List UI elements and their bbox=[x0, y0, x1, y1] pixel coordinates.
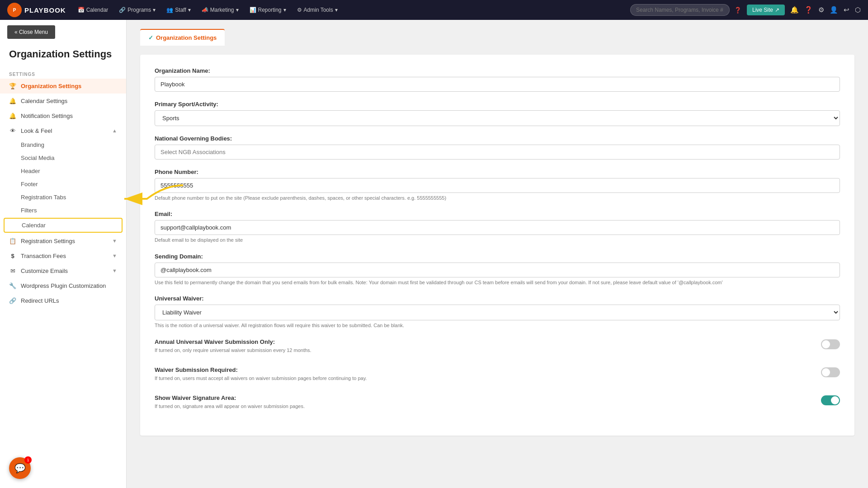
annual-waiver-info: Annual Universal Waiver Submission Only:… bbox=[155, 338, 821, 354]
chat-button[interactable]: 💬 1 bbox=[9, 457, 31, 479]
bell-icon: 🔔 bbox=[9, 98, 16, 104]
show-signature-desc: If turned on, signature area will appear… bbox=[155, 403, 812, 410]
trophy-icon: 🏆 bbox=[9, 83, 16, 89]
nav-admin-tools[interactable]: ⚙ Admin Tools ▾ bbox=[292, 4, 342, 16]
sidebar-item-header[interactable]: Header bbox=[0, 164, 126, 178]
sidebar-item-registration-settings[interactable]: 📋 Registration Settings ▼ bbox=[0, 234, 126, 249]
close-menu-button[interactable]: « Close Menu bbox=[7, 25, 55, 39]
sending-domain-label: Sending Domain: bbox=[155, 253, 840, 260]
show-signature-info: Show Waiver Signature Area: If turned on… bbox=[155, 394, 821, 410]
layout: « Close Menu Organization Settings SETTI… bbox=[0, 20, 868, 488]
email-hint: Default email to be displayed on the sit… bbox=[155, 237, 840, 244]
universal-waiver-select[interactable]: Liability Waiver bbox=[155, 305, 840, 320]
waiver-required-title: Waiver Submission Required: bbox=[155, 366, 812, 373]
topnav: P PLAYBOOK 📅 Calendar 🔗 Programs ▾ 👥 Sta… bbox=[0, 0, 868, 20]
sidebar-item-calendar-settings[interactable]: 🔔 Calendar Settings bbox=[0, 94, 126, 108]
link-icon: 🔗 bbox=[9, 297, 16, 304]
annual-waiver-row: Annual Universal Waiver Submission Only:… bbox=[155, 338, 840, 357]
sidebar-item-registration-tabs[interactable]: Registration Tabs bbox=[0, 191, 126, 204]
sidebar-item-redirect-urls[interactable]: 🔗 Redirect URLs bbox=[0, 293, 126, 308]
email-label: Email: bbox=[155, 211, 840, 217]
sidebar-item-branding[interactable]: Branding bbox=[0, 138, 126, 151]
show-signature-row: Show Waiver Signature Area: If turned on… bbox=[155, 394, 840, 413]
chevron-down2-icon: ▼ bbox=[112, 253, 117, 258]
annual-waiver-toggle[interactable] bbox=[821, 339, 840, 349]
sidebar-item-look-feel[interactable]: 👁 Look & Feel ▲ bbox=[0, 123, 126, 138]
sidebar-item-customize-emails[interactable]: ✉ Customize Emails ▼ bbox=[0, 263, 126, 278]
chevron-down-icon: ▼ bbox=[112, 238, 117, 244]
email-input[interactable] bbox=[155, 220, 840, 235]
sidebar-item-notification-settings[interactable]: 🔔 Notification Settings bbox=[0, 108, 126, 123]
org-name-input[interactable] bbox=[155, 77, 840, 92]
reporting-nav-icon: 📊 bbox=[250, 7, 256, 13]
grid-icon[interactable]: ⬡ bbox=[855, 6, 861, 14]
admin-tools-nav-icon: ⚙ bbox=[297, 7, 302, 13]
sidebar-item-org-settings[interactable]: 🏆 Organization Settings bbox=[0, 79, 126, 94]
topnav-icon-group: 🔔 ❓ ⚙ 👤 ↩ ⬡ bbox=[790, 6, 861, 14]
tab-check-icon: ✓ bbox=[148, 34, 153, 41]
sidebar-page-title: Organization Settings bbox=[0, 44, 126, 68]
external-link-icon: ↗ bbox=[775, 7, 779, 13]
sidebar-item-calendar-sub[interactable]: Calendar bbox=[4, 218, 123, 233]
sidebar-item-wordpress[interactable]: 🔧 Wordpress Plugin Customization bbox=[0, 278, 126, 293]
phone-group: Phone Number: Default phone number to pu… bbox=[155, 169, 840, 202]
nav-staff[interactable]: 👥 Staff ▾ bbox=[162, 4, 195, 16]
live-site-button[interactable]: Live Site ↗ bbox=[747, 5, 785, 15]
phone-label: Phone Number: bbox=[155, 169, 840, 175]
search-help-icon[interactable]: ❓ bbox=[734, 7, 741, 14]
waiver-required-toggle[interactable] bbox=[821, 367, 840, 377]
nav-calendar[interactable]: 📅 Calendar bbox=[73, 4, 113, 16]
phone-hint: Default phone number to put on the site … bbox=[155, 195, 840, 202]
waiver-required-desc: If turned on, users must accept all waiv… bbox=[155, 375, 812, 382]
svg-text:P: P bbox=[13, 8, 16, 13]
staff-nav-icon: 👥 bbox=[166, 7, 173, 13]
show-signature-toggle[interactable] bbox=[821, 395, 840, 405]
chevron-down3-icon: ▼ bbox=[112, 268, 117, 273]
logo-icon: P bbox=[7, 3, 22, 17]
logo-text: PLAYBOOK bbox=[24, 6, 66, 14]
programs-nav-icon: 🔗 bbox=[119, 7, 126, 13]
logo[interactable]: P PLAYBOOK bbox=[7, 3, 66, 17]
email-icon: ✉ bbox=[9, 267, 16, 274]
search-input[interactable] bbox=[630, 4, 730, 16]
settings-icon[interactable]: ⚙ bbox=[818, 6, 824, 14]
sidebar-item-filters[interactable]: Filters bbox=[0, 204, 126, 217]
ngb-input[interactable] bbox=[155, 145, 840, 160]
back-icon[interactable]: ↩ bbox=[844, 6, 849, 14]
eye-icon: 👁 bbox=[9, 127, 16, 134]
plugin-icon: 🔧 bbox=[9, 282, 16, 289]
tab-bar: ✓ Organization Settings bbox=[140, 29, 854, 46]
nav-reporting[interactable]: 📊 Reporting ▾ bbox=[245, 4, 291, 16]
sidebar-item-transaction-fees[interactable]: $ Transaction Fees ▼ bbox=[0, 249, 126, 263]
org-name-group: Organization Name: bbox=[155, 67, 840, 92]
sending-domain-input[interactable] bbox=[155, 263, 840, 277]
universal-waiver-label: Universal Waiver: bbox=[155, 295, 840, 302]
chat-icon: 💬 bbox=[14, 463, 26, 474]
dollar-icon: $ bbox=[9, 253, 16, 259]
annual-waiver-desc: If turned on, only require universal wai… bbox=[155, 347, 812, 354]
waiver-required-info: Waiver Submission Required: If turned on… bbox=[155, 366, 821, 382]
user-icon[interactable]: 👤 bbox=[830, 6, 838, 14]
sidebar: « Close Menu Organization Settings SETTI… bbox=[0, 20, 127, 488]
primary-sport-group: Primary Sport/Activity: Sports Fitness D… bbox=[155, 101, 840, 126]
chevron-up-icon: ▲ bbox=[112, 128, 117, 133]
show-signature-title: Show Waiver Signature Area: bbox=[155, 394, 812, 401]
waiver-required-row: Waiver Submission Required: If turned on… bbox=[155, 366, 840, 385]
chat-badge: 1 bbox=[24, 456, 32, 464]
sidebar-item-footer[interactable]: Footer bbox=[0, 178, 126, 191]
phone-input[interactable] bbox=[155, 178, 840, 193]
sidebar-item-social-media[interactable]: Social Media bbox=[0, 151, 126, 164]
annual-waiver-title: Annual Universal Waiver Submission Only: bbox=[155, 338, 812, 345]
sending-domain-hint: Use this field to permanently change the… bbox=[155, 279, 840, 286]
clipboard-icon: 📋 bbox=[9, 238, 16, 244]
bell2-icon: 🔔 bbox=[9, 113, 16, 119]
primary-sport-select[interactable]: Sports Fitness Dance Martial Arts Swimmi… bbox=[155, 110, 840, 126]
email-group: Email: Default email to be displayed on … bbox=[155, 211, 840, 244]
nav-programs[interactable]: 🔗 Programs ▾ bbox=[114, 4, 160, 16]
help-icon[interactable]: ❓ bbox=[804, 6, 813, 14]
universal-waiver-group: Universal Waiver: Liability Waiver This … bbox=[155, 295, 840, 329]
notifications-icon[interactable]: 🔔 bbox=[790, 6, 799, 14]
nav-marketing[interactable]: 📣 Marketing ▾ bbox=[197, 4, 243, 16]
ngb-label: National Governing Bodies: bbox=[155, 135, 840, 142]
tab-org-settings[interactable]: ✓ Organization Settings bbox=[140, 29, 225, 46]
